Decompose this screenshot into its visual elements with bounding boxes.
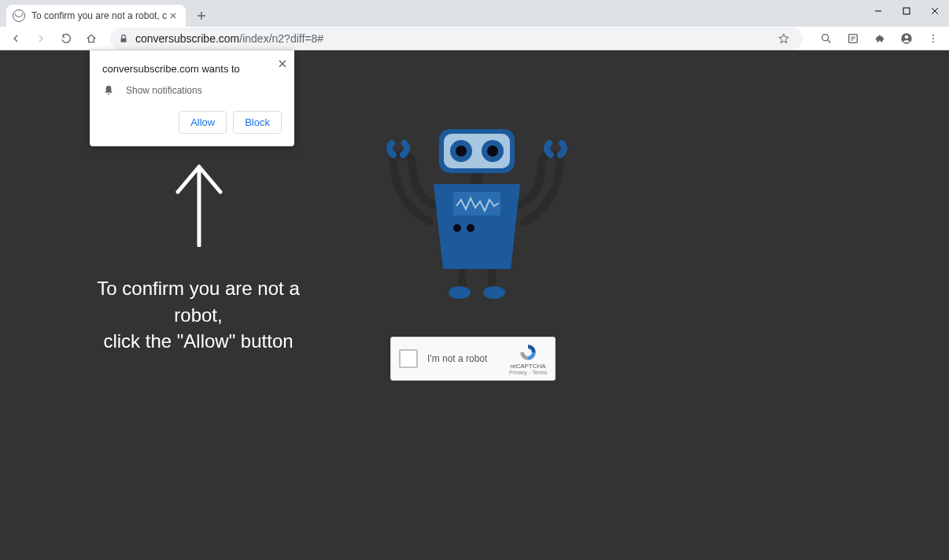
reader-icon[interactable] [842, 28, 864, 50]
recaptcha-checkbox[interactable] [399, 349, 418, 368]
lock-icon [118, 33, 129, 44]
svg-point-13 [456, 146, 467, 157]
svg-rect-1 [121, 38, 127, 42]
robot-image [382, 127, 571, 300]
bell-icon [102, 84, 115, 97]
permission-text: Show notifications [126, 85, 202, 96]
popup-header: conversubscribe.com wants to [102, 63, 282, 75]
maximize-button[interactable] [892, 0, 921, 22]
window-controls [864, 0, 949, 22]
back-button[interactable] [5, 28, 27, 50]
bookmark-star-icon[interactable] [773, 28, 795, 50]
url-text: conversubscribe.com/index/n2?diff=8# [135, 32, 773, 45]
svg-point-6 [932, 35, 934, 36]
notification-permission-popup: conversubscribe.com wants to Show notifi… [90, 50, 294, 146]
svg-point-17 [453, 224, 461, 232]
forward-button[interactable] [30, 28, 52, 50]
svg-point-8 [932, 41, 934, 42]
permission-request-row: Show notifications [102, 84, 282, 97]
svg-point-15 [487, 146, 498, 157]
globe-icon [13, 9, 25, 22]
svg-rect-0 [903, 8, 910, 14]
extensions-icon[interactable] [869, 28, 891, 50]
svg-point-21 [449, 286, 471, 299]
recaptcha-widget: I'm not a robot reCAPTCHA Privacy - Term… [390, 337, 556, 381]
new-tab-button[interactable] [190, 5, 212, 27]
toolbar: conversubscribe.com/index/n2?diff=8# [0, 27, 949, 50]
profile-icon[interactable] [895, 28, 918, 50]
recaptcha-label: I'm not a robot [427, 353, 509, 364]
svg-point-5 [905, 35, 909, 39]
popup-close-button[interactable] [279, 57, 286, 71]
page-content: conversubscribe.com wants to Show notifi… [0, 50, 949, 560]
svg-point-7 [932, 38, 934, 39]
recaptcha-logo-icon [518, 342, 538, 363]
browser-tab[interactable]: To confirm you are not a robot, c [6, 5, 186, 27]
titlebar: To confirm you are not a robot, c [0, 0, 949, 27]
reload-button[interactable] [55, 28, 77, 50]
menu-icon[interactable] [922, 28, 944, 50]
block-button[interactable]: Block [233, 111, 282, 134]
svg-point-22 [483, 286, 505, 299]
address-bar[interactable]: conversubscribe.com/index/n2?diff=8# [110, 28, 803, 50]
minimize-button[interactable] [864, 0, 892, 22]
allow-button[interactable]: Allow [179, 111, 227, 134]
close-window-button[interactable] [921, 0, 949, 22]
zoom-icon[interactable] [815, 28, 837, 50]
arrow-up-icon [172, 160, 227, 250]
svg-point-18 [467, 224, 474, 232]
tab-close-button[interactable] [167, 9, 179, 22]
recaptcha-badge: reCAPTCHA Privacy - Terms [509, 342, 547, 375]
home-button[interactable] [80, 28, 102, 50]
instruction-text: To confirm you are not a robot, click th… [94, 275, 302, 355]
svg-point-2 [822, 34, 829, 40]
tab-title: To confirm you are not a robot, c [31, 10, 167, 21]
